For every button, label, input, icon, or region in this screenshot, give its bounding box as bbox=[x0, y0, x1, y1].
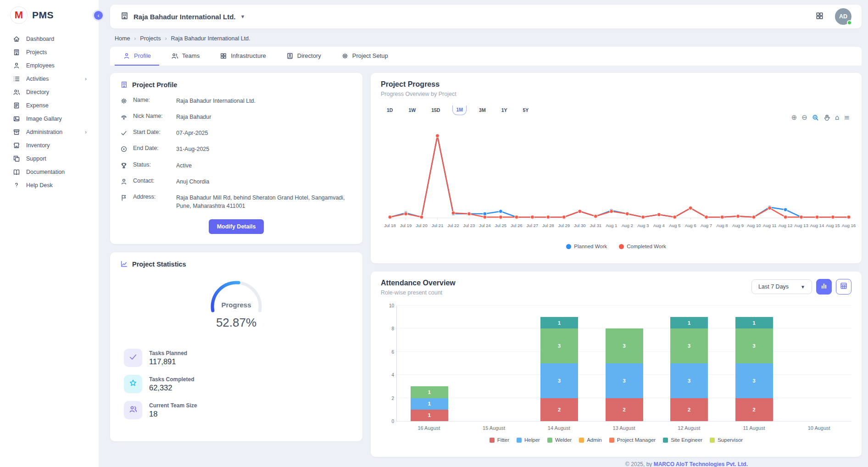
building-icon bbox=[120, 81, 128, 89]
bar-segment-helper: 3 bbox=[735, 363, 773, 398]
legend-item-planned-work[interactable]: Planned Work bbox=[566, 244, 607, 249]
range-button-15d[interactable]: 15D bbox=[428, 106, 443, 115]
bar-value-label: 1 bbox=[428, 412, 431, 418]
x-axis-label: 16 August bbox=[396, 425, 462, 431]
tab-label: Directory bbox=[297, 52, 321, 59]
signal-icon bbox=[120, 113, 128, 121]
menu-icon[interactable]: ≡ bbox=[844, 114, 850, 121]
gear-icon bbox=[341, 52, 349, 60]
chart-view-button[interactable] bbox=[816, 279, 832, 295]
sidebar-item-expense[interactable]: Expense bbox=[0, 99, 99, 112]
data-point bbox=[673, 215, 677, 219]
grid-icon bbox=[220, 52, 227, 60]
sidebar-item-administration[interactable]: Administration› bbox=[0, 125, 99, 139]
sidebar-item-label: Inventory bbox=[26, 142, 50, 149]
sidebar-item-dashboard[interactable]: Dashboard bbox=[0, 32, 99, 45]
sidebar-item-directory[interactable]: Directory bbox=[0, 85, 99, 99]
bar-segment-helper: 3 bbox=[540, 363, 578, 398]
attendance-bar-chart: 0246810111233123323312331 16 August15 Au… bbox=[381, 306, 851, 431]
data-point bbox=[467, 212, 471, 216]
legend-item-site-engineer[interactable]: Site Engineer bbox=[663, 437, 702, 443]
svg-text:Aug 3: Aug 3 bbox=[637, 223, 649, 228]
svg-text:Jul 28: Jul 28 bbox=[542, 223, 554, 228]
stat-label: Tasks Completed bbox=[149, 376, 194, 383]
sidebar-collapse-button[interactable]: ‹ bbox=[93, 10, 104, 21]
data-point bbox=[435, 134, 439, 138]
footer-company-link[interactable]: MARCO AIoT Technologies Pvt. Ltd. bbox=[654, 461, 748, 467]
building-icon bbox=[120, 81, 128, 89]
data-point bbox=[610, 210, 613, 213]
apps-grid-icon[interactable] bbox=[815, 11, 824, 22]
legend-item-supervisor[interactable]: Supervisor bbox=[710, 437, 743, 443]
legend-item-project-manager[interactable]: Project Manager bbox=[609, 437, 656, 443]
tab-directory[interactable]: Directory bbox=[278, 47, 329, 66]
book-icon bbox=[12, 168, 20, 176]
tab-bar: ProfileTeamsInfrastructureDirectoryProje… bbox=[110, 47, 862, 66]
legend-dot bbox=[619, 244, 624, 249]
person-icon bbox=[12, 61, 20, 69]
building-icon bbox=[120, 11, 129, 22]
tab-project-setup[interactable]: Project Setup bbox=[333, 47, 396, 66]
breadcrumb-separator: › bbox=[134, 35, 136, 42]
legend-item-helper[interactable]: Helper bbox=[517, 437, 540, 443]
legend-item-completed-work[interactable]: Completed Work bbox=[619, 244, 666, 249]
svg-text:Aug 11: Aug 11 bbox=[763, 223, 777, 228]
legend-item-fitter[interactable]: Fitter bbox=[490, 437, 509, 443]
data-point bbox=[594, 214, 597, 218]
tab-label: Profile bbox=[134, 52, 151, 59]
sidebar-item-support[interactable]: Support bbox=[0, 152, 99, 165]
range-button-3m[interactable]: 3M bbox=[476, 106, 489, 115]
data-point bbox=[404, 212, 407, 216]
range-button-1m[interactable]: 1M bbox=[452, 106, 467, 115]
breadcrumb-item[interactable]: Projects bbox=[140, 35, 161, 42]
breadcrumb-item[interactable]: Home bbox=[115, 35, 130, 42]
company-selector[interactable]: Raja Bahadur International Ltd. ▼ bbox=[120, 11, 245, 22]
legend-dot bbox=[566, 244, 571, 249]
sidebar-item-employees[interactable]: Employees bbox=[0, 59, 99, 72]
profile-field-name: Name:Raja Bahadur International Ltd. bbox=[120, 97, 352, 105]
sidebar-item-image-gallary[interactable]: Image Gallary bbox=[0, 112, 99, 125]
range-button-5y[interactable]: 5Y bbox=[519, 106, 532, 115]
range-button-1y[interactable]: 1Y bbox=[498, 106, 511, 115]
svg-text:Jul 25: Jul 25 bbox=[495, 223, 507, 228]
stat-label: Current Team Size bbox=[149, 402, 197, 409]
table-view-button[interactable] bbox=[836, 279, 851, 295]
legend-item-admin[interactable]: Admin bbox=[579, 437, 602, 443]
x-axis-label: 15 August bbox=[462, 425, 527, 431]
tab-infrastructure[interactable]: Infrastructure bbox=[211, 47, 274, 66]
range-button-1d[interactable]: 1D bbox=[384, 106, 396, 115]
sidebar-item-inventory[interactable]: Inventory bbox=[0, 139, 99, 152]
pan-icon[interactable] bbox=[823, 114, 830, 121]
avatar[interactable]: AD bbox=[835, 8, 851, 25]
data-point bbox=[784, 215, 787, 219]
zoom-out-icon[interactable]: ⊖ bbox=[801, 114, 807, 121]
sidebar-item-projects[interactable]: Projects bbox=[0, 45, 99, 59]
app-logo[interactable]: M PMS bbox=[0, 0, 99, 28]
sidebar-item-activities[interactable]: Activities› bbox=[0, 72, 99, 85]
date-range-dropdown[interactable]: Last 7 Days ▼ bbox=[751, 279, 812, 294]
bar-value-label: 3 bbox=[558, 378, 561, 384]
sidebar-nav: DashboardProjectsEmployeesActivities›Dir… bbox=[0, 32, 99, 192]
zoom-in-icon[interactable]: ⊕ bbox=[791, 114, 797, 121]
reset-home-icon[interactable]: ⌂ bbox=[835, 114, 840, 121]
bar-segment-fitter: 1 bbox=[411, 410, 448, 421]
sidebar-item-documentation[interactable]: Documentation bbox=[0, 165, 99, 178]
selection-zoom-icon[interactable] bbox=[812, 114, 819, 121]
modify-details-button[interactable]: Modify Details bbox=[209, 219, 264, 234]
tab-profile[interactable]: Profile bbox=[115, 47, 159, 66]
tab-teams[interactable]: Teams bbox=[163, 47, 208, 66]
copy-icon bbox=[12, 155, 20, 162]
range-button-1w[interactable]: 1W bbox=[405, 106, 419, 115]
bar-column-13-august: 233 bbox=[592, 306, 657, 421]
data-point bbox=[562, 215, 566, 219]
field-label: Nick Name: bbox=[133, 113, 171, 119]
legend-item-welder[interactable]: Welder bbox=[547, 437, 572, 443]
archive-icon bbox=[12, 128, 20, 136]
bar-segment-helper: 1 bbox=[411, 398, 448, 410]
data-point bbox=[499, 210, 502, 213]
sidebar-item-help-desk[interactable]: Help Desk bbox=[0, 178, 99, 192]
svg-text:Jul 29: Jul 29 bbox=[558, 223, 570, 228]
data-point bbox=[578, 210, 582, 213]
svg-text:Aug 13: Aug 13 bbox=[794, 223, 808, 228]
progress-gauge: Progress52.87% bbox=[120, 276, 352, 332]
